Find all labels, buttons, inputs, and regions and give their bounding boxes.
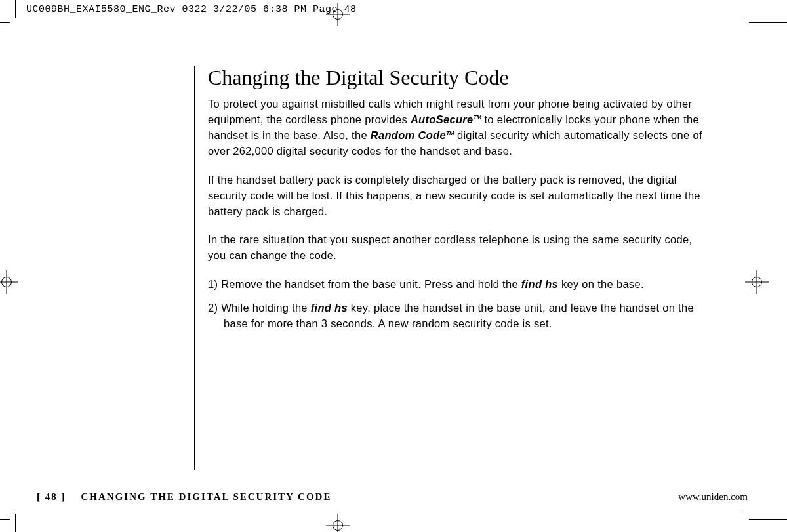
page-number: [ 48 ] (37, 491, 66, 502)
crop-mark (15, 514, 16, 532)
footer-left: [ 48 ] CHANGING THE DIGITAL SECURITY COD… (37, 491, 331, 502)
registration-mark-icon (330, 518, 346, 532)
brand-randomcode: Random CodeTM (371, 129, 454, 141)
crop-mark (742, 0, 742, 18)
brand-autosecure: AutoSecureTM (411, 113, 481, 125)
footer-title: CHANGING THE DIGITAL SECURITY CODE (81, 491, 332, 502)
key-find-hs: find hs (311, 302, 348, 314)
text: 1) Remove the handset from the base unit… (208, 278, 521, 290)
crop-mark (742, 514, 742, 532)
registration-mark-icon (749, 274, 765, 290)
text: 2) While holding the (208, 302, 311, 314)
registration-mark-icon (0, 274, 14, 290)
crop-mark (0, 519, 10, 520)
key-find-hs: find hs (521, 278, 558, 290)
footer: [ 48 ] CHANGING THE DIGITAL SECURITY COD… (37, 491, 748, 502)
step-2: 2) While holding the find hs key, place … (208, 300, 712, 332)
crop-mark (0, 22, 10, 23)
paragraph: If the handset battery pack is completel… (208, 173, 712, 220)
crop-mark (749, 22, 787, 23)
body-text: To protect you against misbilled calls w… (208, 96, 712, 332)
paragraph: To protect you against misbilled calls w… (208, 96, 712, 159)
footer-url: www.uniden.com (678, 491, 748, 502)
crop-mark (749, 519, 787, 520)
vertical-rule (194, 66, 195, 470)
print-slug: UC009BH_EXAI5580_ENG_Rev 0322 3/22/05 6:… (26, 4, 357, 15)
registration-mark-icon (330, 7, 346, 22)
content-area: Changing the Digital Security Code To pr… (194, 66, 712, 340)
crop-mark (15, 0, 16, 18)
step-1: 1) Remove the handset from the base unit… (208, 277, 712, 293)
text: key on the base. (558, 278, 644, 290)
page-title: Changing the Digital Security Code (208, 66, 712, 90)
paragraph: In the rare situation that you suspect a… (208, 232, 712, 264)
